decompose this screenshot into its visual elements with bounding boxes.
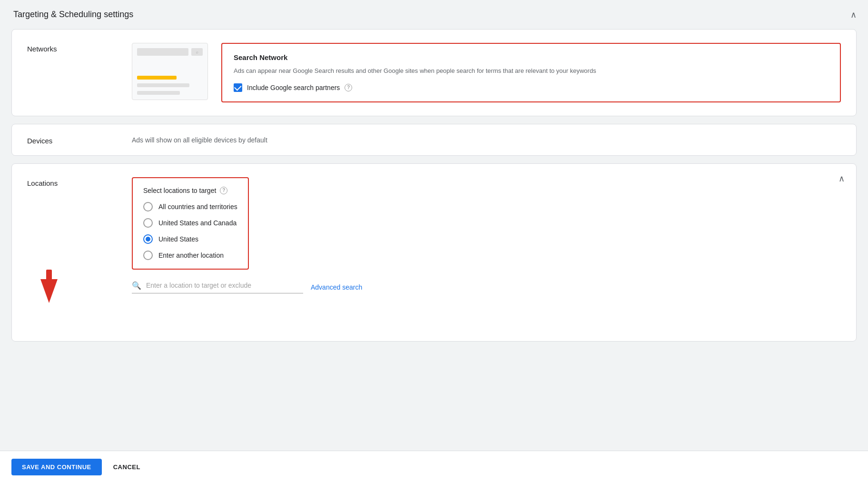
networks-collapse-button[interactable]: ∧ [850, 10, 857, 20]
network-illustration: ⌕ [132, 43, 208, 100]
search-icon: ⌕ [191, 48, 203, 56]
location-option-all[interactable]: All countries and territories [143, 202, 237, 211]
radio-other-location[interactable] [143, 251, 153, 260]
footer-bar: SAVE AND CONTINUE CANCEL [0, 451, 868, 483]
devices-description: Ads will show on all eligible devices by… [132, 135, 267, 144]
locations-label: Locations [27, 177, 132, 187]
radio-all-countries-label: All countries and territories [158, 203, 237, 211]
locations-collapse-button[interactable]: ∧ [838, 173, 845, 184]
advanced-search-link[interactable]: Advanced search [311, 283, 362, 291]
radio-all-countries[interactable] [143, 202, 153, 211]
location-search-field: 🔍 Enter a location to target or exclude [132, 281, 303, 293]
radio-us-canada[interactable] [143, 218, 153, 228]
search-network-description: Ads can appear near Google Search result… [234, 66, 829, 76]
include-search-partners-label: Include Google search partners [247, 84, 340, 91]
networks-label: Networks [27, 43, 132, 53]
radio-us[interactable] [143, 234, 153, 244]
search-network-title: Search Network [234, 53, 829, 61]
help-icon[interactable]: ? [345, 84, 352, 91]
search-network-panel: Search Network Ads can appear near Googl… [221, 43, 841, 102]
radio-us-label: United States [158, 235, 198, 243]
locations-select-panel: Select locations to target ? All countri… [132, 177, 249, 270]
location-search-row: 🔍 Enter a location to target or exclude … [132, 281, 362, 293]
locations-card: Locations Select locations to target ? A… [11, 163, 857, 342]
radio-us-canada-label: United States and Canada [158, 219, 237, 227]
select-locations-text: Select locations to target [143, 187, 216, 194]
page-title: Targeting & Scheduling settings [11, 10, 857, 20]
save-continue-button[interactable]: SAVE AND CONTINUE [11, 459, 102, 475]
arrow-indicator [40, 279, 58, 303]
devices-label: Devices [27, 135, 132, 145]
networks-card: Networks ⌕ Search Network Ads can appear… [11, 29, 857, 116]
location-input-placeholder[interactable]: Enter a location to target or exclude [146, 282, 251, 289]
locations-help-icon[interactable]: ? [220, 187, 227, 194]
location-search-icon: 🔍 [132, 281, 141, 290]
devices-card: Devices Ads will show on all eligible de… [11, 124, 857, 156]
include-search-partners-checkbox[interactable] [234, 83, 242, 92]
location-option-us-canada[interactable]: United States and Canada [143, 218, 237, 228]
cancel-button[interactable]: CANCEL [113, 463, 140, 471]
radio-other-label: Enter another location [158, 252, 224, 259]
location-option-other[interactable]: Enter another location [143, 251, 237, 260]
location-option-us[interactable]: United States [143, 234, 237, 244]
